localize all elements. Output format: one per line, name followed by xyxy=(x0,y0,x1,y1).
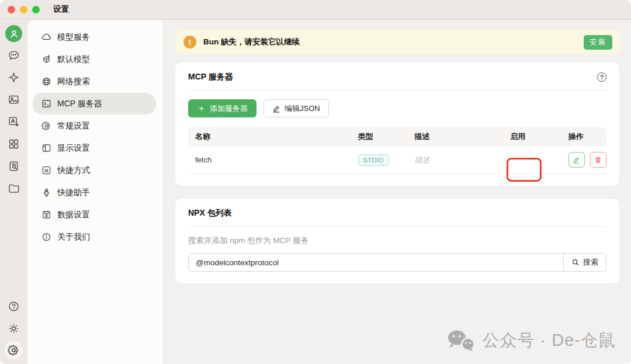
settings-nav-button[interactable] xyxy=(5,341,23,359)
table-row: fetch STDIO 描述 xyxy=(188,146,606,174)
col-header-type: 类型 xyxy=(351,131,408,142)
settings-sidebar: 模型服务 默认模型 网络搜索 MCP 服务器 常规设置 显示设置 ⌘ 快捷方式 xyxy=(27,19,164,364)
sidebar-item-web-search[interactable]: 网络搜索 xyxy=(33,71,156,92)
delete-server-button[interactable] xyxy=(590,152,606,168)
server-name: fetch xyxy=(188,155,351,164)
server-type-badge: STDIO xyxy=(358,154,389,166)
divider xyxy=(188,226,606,227)
chat-nav-button[interactable] xyxy=(5,46,23,64)
add-server-label: 添加服务器 xyxy=(210,103,248,114)
sidebar-item-label: 模型服务 xyxy=(57,32,90,43)
npx-package-card: NPX 包列表 搜索并添加 npm 包作为 MCP 服务 搜索 xyxy=(175,199,619,283)
knowledge-nav-button[interactable] xyxy=(5,157,23,175)
close-window-button[interactable] xyxy=(8,6,15,13)
zoom-window-button[interactable] xyxy=(32,6,40,13)
paintings-nav-button[interactable] xyxy=(5,90,23,109)
rocket-icon xyxy=(41,188,51,197)
chat-bubble-icon xyxy=(8,49,20,61)
sidebar-item-label: 显示设置 xyxy=(57,143,90,154)
sidebar-item-about[interactable]: 关于我们 xyxy=(33,226,156,248)
titlebar: 设置 xyxy=(0,0,631,19)
col-header-name: 名称 xyxy=(188,131,351,142)
rail-bottom xyxy=(5,293,23,364)
col-header-actions: 操作 xyxy=(561,131,606,142)
theme-toggle-button[interactable] xyxy=(5,319,23,338)
npm-search-button[interactable]: 搜索 xyxy=(563,253,606,272)
table-header-row: 名称 类型 描述 启用 操作 xyxy=(188,127,606,146)
translate-nav-button[interactable] xyxy=(5,112,23,131)
settings-content: ! Bun 缺失，请安装它以继续 安装 MCP 服务器 ? ＋ 添加服务器 编辑… xyxy=(164,19,631,364)
translate-icon xyxy=(8,116,20,128)
help-button[interactable] xyxy=(5,297,23,316)
minimize-window-button[interactable] xyxy=(20,6,27,13)
gear-icon xyxy=(8,344,20,356)
toggle-knob xyxy=(498,164,510,175)
info-circle-icon xyxy=(41,232,51,242)
traffic-lights xyxy=(8,6,40,13)
edit-json-label: 编辑JSON xyxy=(285,103,320,114)
sidebar-item-shortcuts[interactable]: ⌘ 快捷方式 xyxy=(33,160,156,181)
minapps-nav-button[interactable] xyxy=(5,134,23,153)
sidebar-item-data-settings[interactable]: 数据设置 xyxy=(33,204,156,226)
trash-icon xyxy=(594,156,602,164)
question-circle-icon[interactable]: ? xyxy=(597,72,606,82)
edit-server-button[interactable] xyxy=(568,152,585,168)
install-bun-button[interactable]: 安装 xyxy=(584,35,612,50)
floppy-disk-icon xyxy=(41,210,51,220)
sidebar-item-label: 快捷助手 xyxy=(57,188,90,198)
sidebar-item-label: 网络搜索 xyxy=(57,77,90,87)
settings-window: 设置 xyxy=(0,0,631,364)
app-icon-rail xyxy=(0,19,27,364)
edit-pencil-icon xyxy=(272,105,280,113)
watermark: 公众号 · De-仓鼠 xyxy=(446,329,616,352)
col-header-description: 描述 xyxy=(407,131,503,142)
layout-icon xyxy=(41,143,51,153)
person-icon xyxy=(9,29,19,39)
server-description: 描述 xyxy=(407,155,503,165)
npm-search-input[interactable] xyxy=(188,253,563,272)
command-key-icon: ⌘ xyxy=(41,165,51,175)
npm-search-hint: 搜索并添加 npm 包作为 MCP 服务 xyxy=(188,235,606,246)
terminal-icon xyxy=(41,99,51,109)
sidebar-item-quick-assistant[interactable]: 快捷助手 xyxy=(33,182,156,203)
sidebar-item-default-models[interactable]: 默认模型 xyxy=(33,48,156,70)
divider xyxy=(188,90,606,91)
user-avatar[interactable] xyxy=(5,25,22,42)
sidebar-item-label: 数据设置 xyxy=(57,210,90,220)
gear-icon xyxy=(41,121,51,131)
warning-icon: ! xyxy=(183,36,196,48)
window-title: 设置 xyxy=(53,4,69,15)
watermark-text: 公众号 · De-仓鼠 xyxy=(483,329,616,352)
sidebar-item-label: 快捷方式 xyxy=(57,165,90,176)
agents-nav-button[interactable] xyxy=(5,68,23,86)
sidebar-item-display-settings[interactable]: 显示设置 xyxy=(33,137,156,159)
col-header-enabled: 启用 xyxy=(503,131,561,142)
sidebar-item-label: 关于我们 xyxy=(57,232,90,242)
sidebar-item-model-services[interactable]: 模型服务 xyxy=(33,26,156,48)
apps-grid-icon xyxy=(8,138,20,150)
sidebar-item-label: MCP 服务器 xyxy=(57,99,102,109)
bun-missing-banner: ! Bun 缺失，请安装它以继续 安装 xyxy=(175,30,620,54)
sidebar-item-label: 默认模型 xyxy=(57,54,90,65)
add-server-button[interactable]: ＋ 添加服务器 xyxy=(188,99,256,117)
files-nav-button[interactable] xyxy=(5,179,23,197)
sparkle-icon xyxy=(8,71,20,84)
search-button-label: 搜索 xyxy=(583,257,598,268)
edit-json-button[interactable]: 编辑JSON xyxy=(264,99,329,117)
cloud-icon xyxy=(41,32,51,42)
search-icon xyxy=(571,258,580,266)
folder-icon xyxy=(8,182,20,195)
edit-pencil-icon xyxy=(573,156,580,164)
banner-message: Bun 缺失，请安装它以继续 xyxy=(203,37,300,47)
mcp-card-title: MCP 服务器 xyxy=(188,72,233,82)
image-icon xyxy=(8,93,20,106)
globe-icon xyxy=(41,77,51,86)
svg-text:⌘: ⌘ xyxy=(44,168,49,174)
red-highlight-annotation xyxy=(507,158,542,182)
sidebar-item-mcp-servers[interactable]: MCP 服务器 xyxy=(33,93,156,115)
sidebar-item-general-settings[interactable]: 常规设置 xyxy=(33,115,156,137)
package-plus-icon xyxy=(41,54,51,64)
mcp-servers-table: 名称 类型 描述 启用 操作 fetch STDIO 描述 xyxy=(188,127,606,174)
document-search-icon xyxy=(8,160,20,172)
wechat-icon xyxy=(446,329,476,352)
